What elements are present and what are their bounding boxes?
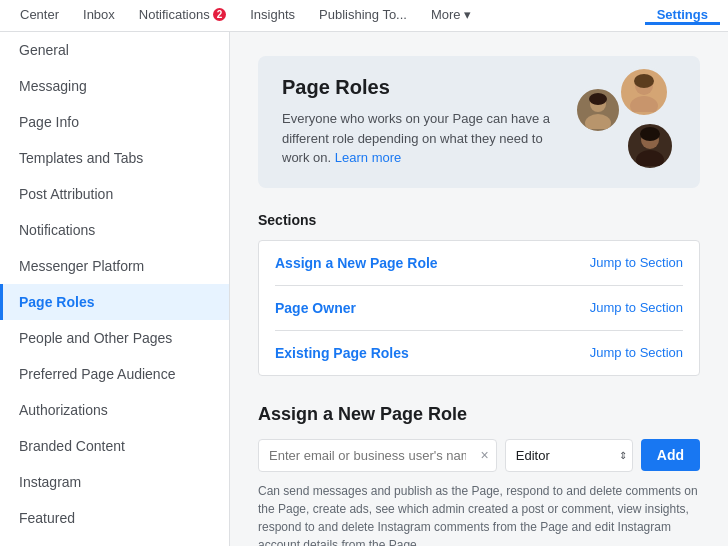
sidebar-item-preferred-audience[interactable]: Preferred Page Audience bbox=[0, 356, 229, 392]
nav-settings[interactable]: Settings bbox=[645, 7, 720, 25]
sidebar-item-authorizations[interactable]: Authorizations bbox=[0, 392, 229, 428]
sidebar-item-templates[interactable]: Templates and Tabs bbox=[0, 140, 229, 176]
avatars-illustration bbox=[570, 66, 680, 176]
svg-point-2 bbox=[634, 74, 654, 88]
sidebar-item-featured[interactable]: Featured bbox=[0, 500, 229, 536]
section-link-owner[interactable]: Page Owner bbox=[275, 300, 356, 316]
avatar-1 bbox=[618, 66, 670, 118]
sidebar-item-page-roles[interactable]: Page Roles bbox=[0, 284, 229, 320]
svg-point-1 bbox=[630, 96, 658, 112]
assign-input-wrap: × bbox=[258, 439, 497, 472]
sidebar-item-messaging[interactable]: Messaging bbox=[0, 68, 229, 104]
role-select-wrap: Editor Admin Moderator Advertiser Analys… bbox=[505, 439, 633, 472]
page-roles-header: Page Roles Everyone who works on your Pa… bbox=[258, 56, 700, 188]
notifications-badge: 2 bbox=[213, 8, 227, 21]
assign-section: Assign a New Page Role × Editor Admin Mo… bbox=[258, 404, 700, 547]
section-row-owner: Page Owner Jump to Section bbox=[275, 286, 683, 331]
section-row-existing: Existing Page Roles Jump to Section bbox=[275, 331, 683, 375]
role-select[interactable]: Editor Admin Moderator Advertiser Analys… bbox=[505, 439, 633, 472]
sidebar-item-post-attribution[interactable]: Post Attribution bbox=[0, 176, 229, 212]
nav-more[interactable]: More ▾ bbox=[419, 0, 483, 32]
sidebar-item-people[interactable]: People and Other Pages bbox=[0, 320, 229, 356]
assign-input-row: × Editor Admin Moderator Advertiser Anal… bbox=[258, 439, 700, 472]
page-roles-description: Everyone who works on your Page can have… bbox=[282, 109, 556, 168]
clear-input-button[interactable]: × bbox=[481, 447, 489, 463]
sidebar: General Messaging Page Info Templates an… bbox=[0, 32, 230, 546]
svg-point-4 bbox=[585, 114, 611, 129]
add-role-button[interactable]: Add bbox=[641, 439, 700, 471]
top-navigation: Center Inbox Notifications 2 Insights Pu… bbox=[0, 0, 728, 32]
page-roles-title: Page Roles bbox=[282, 76, 556, 99]
learn-more-link[interactable]: Learn more bbox=[335, 150, 401, 165]
section-row-assign: Assign a New Page Role Jump to Section bbox=[275, 241, 683, 286]
section-link-assign[interactable]: Assign a New Page Role bbox=[275, 255, 438, 271]
assign-email-input[interactable] bbox=[258, 439, 497, 472]
sidebar-item-messenger[interactable]: Messenger Platform bbox=[0, 248, 229, 284]
svg-point-7 bbox=[636, 150, 664, 166]
main-layout: General Messaging Page Info Templates an… bbox=[0, 32, 728, 546]
nav-center[interactable]: Center bbox=[8, 0, 71, 32]
svg-point-5 bbox=[589, 93, 607, 105]
sections-title: Sections bbox=[258, 212, 700, 228]
sidebar-item-notifications[interactable]: Notifications bbox=[0, 212, 229, 248]
sidebar-item-branded-content[interactable]: Branded Content bbox=[0, 428, 229, 464]
assign-title: Assign a New Page Role bbox=[258, 404, 700, 425]
sections-block: Assign a New Page Role Jump to Section P… bbox=[258, 240, 700, 376]
sidebar-item-general[interactable]: General bbox=[0, 32, 229, 68]
assign-description: Can send messages and publish as the Pag… bbox=[258, 482, 700, 547]
jump-link-owner[interactable]: Jump to Section bbox=[590, 300, 683, 315]
nav-inbox[interactable]: Inbox bbox=[71, 0, 127, 32]
jump-link-existing[interactable]: Jump to Section bbox=[590, 345, 683, 360]
jump-link-assign[interactable]: Jump to Section bbox=[590, 255, 683, 270]
section-link-existing[interactable]: Existing Page Roles bbox=[275, 345, 409, 361]
sidebar-item-page-info[interactable]: Page Info bbox=[0, 104, 229, 140]
avatar-2 bbox=[574, 86, 622, 134]
svg-point-8 bbox=[640, 127, 660, 141]
nav-insights[interactable]: Insights bbox=[238, 0, 307, 32]
sidebar-item-instagram[interactable]: Instagram bbox=[0, 464, 229, 500]
nav-publishing[interactable]: Publishing To... bbox=[307, 0, 419, 32]
avatar-3 bbox=[625, 121, 675, 171]
main-content: Page Roles Everyone who works on your Pa… bbox=[230, 32, 728, 546]
nav-notifications[interactable]: Notifications 2 bbox=[127, 0, 238, 32]
